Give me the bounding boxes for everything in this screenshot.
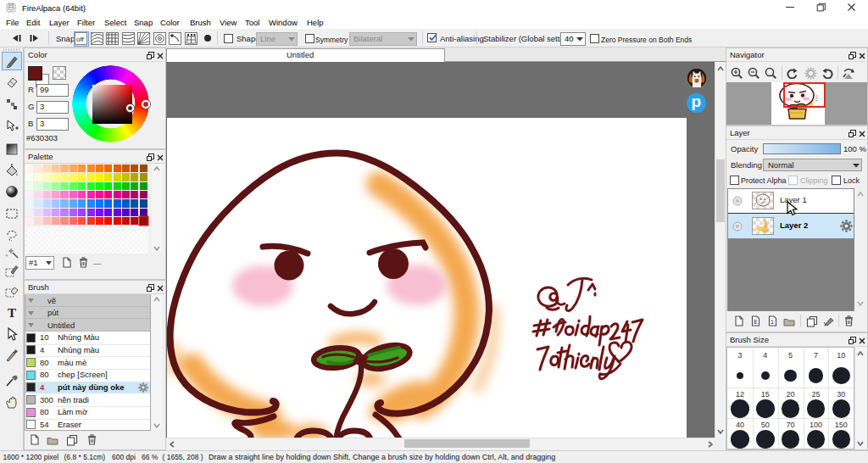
svg-text:T: T — [8, 306, 16, 320]
svg-text:1: 1 — [771, 319, 774, 325]
svg-text:8: 8 — [754, 319, 757, 325]
